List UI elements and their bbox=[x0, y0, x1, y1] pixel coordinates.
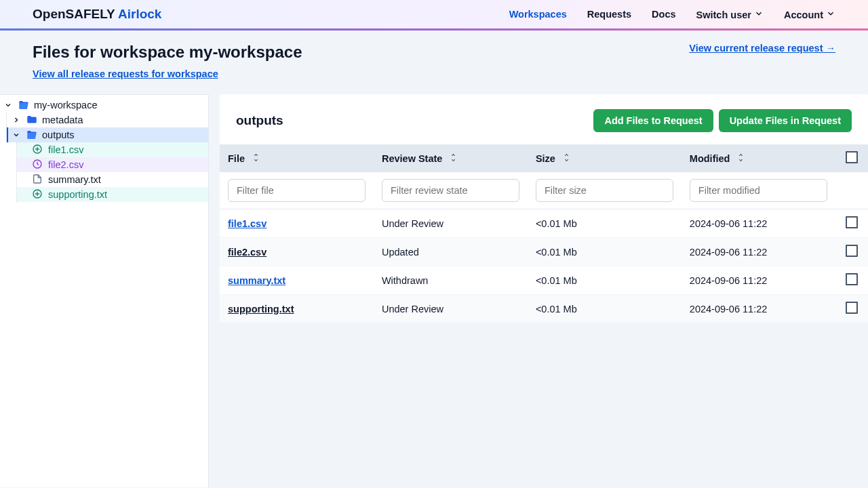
checkbox-icon bbox=[846, 151, 858, 163]
table-row: summary.txtWithdrawn<0.01 Mb2024-09-06 1… bbox=[220, 266, 868, 295]
cell-modified: 2024-09-06 11:22 bbox=[682, 238, 835, 266]
nav-workspaces[interactable]: Workspaces bbox=[509, 9, 567, 20]
sort-icon bbox=[736, 153, 745, 162]
link-all-requests[interactable]: View all release requests for workspace bbox=[33, 68, 218, 79]
content-pane: outputs Add Files to Request Update File… bbox=[209, 94, 868, 487]
col-label: File bbox=[228, 153, 245, 164]
filter-size-input[interactable] bbox=[536, 179, 673, 202]
folder-icon bbox=[26, 114, 38, 126]
tree-file-label: summary.txt bbox=[48, 174, 101, 185]
tree-file-label: file1.csv bbox=[48, 144, 83, 155]
chevron-down-icon bbox=[826, 9, 835, 18]
sort-icon bbox=[449, 153, 458, 162]
col-header-size[interactable]: Size bbox=[528, 144, 682, 172]
file-link[interactable]: file1.csv bbox=[228, 218, 267, 229]
file-link[interactable]: supporting.txt bbox=[228, 304, 294, 314]
cell-review: Under Review bbox=[374, 295, 528, 323]
filter-modified-input[interactable] bbox=[690, 179, 827, 202]
table-filter-row bbox=[220, 172, 868, 209]
cell-review: Updated bbox=[374, 238, 528, 266]
cell-size: <0.01 Mb bbox=[528, 209, 682, 238]
col-header-modified[interactable]: Modified bbox=[682, 144, 835, 172]
row-checkbox[interactable] bbox=[846, 273, 858, 285]
link-current-request[interactable]: View current release request → bbox=[689, 43, 835, 54]
cell-review: Withdrawn bbox=[374, 266, 528, 295]
tree-outputs-files: file1.csv file2.csv summary.txt supporti… bbox=[16, 142, 208, 202]
tree-children: metadata outputs bbox=[6, 113, 208, 142]
row-checkbox[interactable] bbox=[846, 302, 858, 314]
filter-file-input[interactable] bbox=[228, 179, 366, 202]
table-row: file1.csvUnder Review<0.01 Mb2024-09-06 … bbox=[220, 209, 868, 238]
chevron-down-icon bbox=[12, 131, 22, 139]
file-link[interactable]: summary.txt bbox=[228, 275, 285, 286]
tree-folder-label: outputs bbox=[42, 129, 75, 140]
nav-links: Workspaces Requests Docs Switch user Acc… bbox=[509, 9, 835, 20]
tree-file-file1[interactable]: file1.csv bbox=[17, 142, 208, 157]
sort-icon bbox=[252, 153, 260, 162]
folder-open-icon bbox=[18, 99, 30, 111]
nav-requests[interactable]: Requests bbox=[587, 9, 631, 20]
file-tree: my-workspace metadata outputs bbox=[0, 94, 209, 487]
chevron-down-icon bbox=[4, 101, 14, 109]
table-row: supporting.txtUnder Review<0.01 Mb2024-0… bbox=[220, 295, 868, 323]
col-label: Size bbox=[536, 153, 555, 164]
plus-circle-icon bbox=[32, 144, 44, 156]
folder-title: outputs bbox=[236, 113, 283, 128]
update-files-button[interactable]: Update Files in Request bbox=[719, 109, 852, 132]
tree-folder-label: metadata bbox=[42, 115, 83, 125]
col-label: Modified bbox=[690, 153, 730, 164]
tree-folder-outputs[interactable]: outputs bbox=[7, 127, 208, 142]
refresh-icon bbox=[32, 159, 44, 171]
nav-switch-user-label: Switch user bbox=[696, 9, 751, 20]
nav-docs[interactable]: Docs bbox=[652, 9, 675, 20]
add-files-button[interactable]: Add Files to Request bbox=[593, 109, 713, 132]
cell-size: <0.01 Mb bbox=[528, 238, 682, 266]
file-link[interactable]: file2.csv bbox=[228, 247, 267, 258]
file-icon bbox=[32, 174, 44, 186]
folder-open-icon bbox=[26, 129, 38, 141]
nav-account[interactable]: Account bbox=[784, 9, 835, 20]
chevron-right-icon bbox=[12, 116, 22, 124]
sort-icon bbox=[562, 153, 571, 162]
cell-size: <0.01 Mb bbox=[528, 266, 682, 295]
table-row: file2.csvUpdated<0.01 Mb2024-09-06 11:22 bbox=[220, 238, 868, 266]
tree-folder-metadata[interactable]: metadata bbox=[7, 113, 208, 127]
tree-file-label: file2.csv bbox=[48, 159, 83, 170]
row-checkbox[interactable] bbox=[846, 245, 858, 257]
cell-review: Under Review bbox=[374, 209, 528, 238]
table-header-row: File Review State Size Modified bbox=[220, 144, 868, 172]
tree-file-supporting[interactable]: supporting.txt bbox=[17, 187, 208, 202]
tree-file-file2[interactable]: file2.csv bbox=[17, 157, 208, 172]
brand[interactable]: OpenSAFELY Airlock bbox=[33, 7, 161, 22]
top-nav: OpenSAFELY Airlock Workspaces Requests D… bbox=[0, 0, 868, 30]
page-title: Files for workspace my-workspace bbox=[33, 43, 302, 62]
tree-root[interactable]: my-workspace bbox=[0, 98, 208, 113]
folder-card: outputs Add Files to Request Update File… bbox=[220, 94, 868, 323]
chevron-down-icon bbox=[754, 9, 764, 18]
folder-actions: Add Files to Request Update Files in Req… bbox=[593, 109, 852, 132]
filter-review-input[interactable] bbox=[382, 179, 519, 202]
files-table: File Review State Size Modified bbox=[220, 144, 868, 323]
table-body: file1.csvUnder Review<0.01 Mb2024-09-06 … bbox=[220, 209, 868, 323]
tree-root-label: my-workspace bbox=[34, 100, 97, 110]
cell-modified: 2024-09-06 11:22 bbox=[682, 266, 835, 295]
main-split: my-workspace metadata outputs bbox=[0, 94, 868, 487]
brand-name-b: Airlock bbox=[118, 7, 161, 21]
brand-name-a: OpenSAFELY bbox=[33, 7, 118, 21]
folder-card-head: outputs Add Files to Request Update File… bbox=[220, 94, 868, 144]
col-header-review[interactable]: Review State bbox=[374, 144, 528, 172]
tree-file-label: supporting.txt bbox=[48, 189, 107, 200]
page-header: Files for workspace my-workspace View al… bbox=[0, 30, 868, 94]
col-label: Review State bbox=[382, 153, 442, 164]
nav-account-label: Account bbox=[784, 9, 823, 20]
cell-size: <0.01 Mb bbox=[528, 295, 682, 323]
tree-file-summary[interactable]: summary.txt bbox=[17, 172, 208, 187]
nav-switch-user[interactable]: Switch user bbox=[696, 9, 764, 20]
col-header-file[interactable]: File bbox=[220, 144, 374, 172]
row-checkbox[interactable] bbox=[846, 216, 858, 228]
cell-modified: 2024-09-06 11:22 bbox=[682, 209, 835, 238]
page-header-left: Files for workspace my-workspace View al… bbox=[33, 43, 302, 79]
plus-circle-icon bbox=[32, 188, 44, 201]
cell-modified: 2024-09-06 11:22 bbox=[682, 295, 835, 323]
col-header-select-all[interactable] bbox=[835, 144, 868, 172]
